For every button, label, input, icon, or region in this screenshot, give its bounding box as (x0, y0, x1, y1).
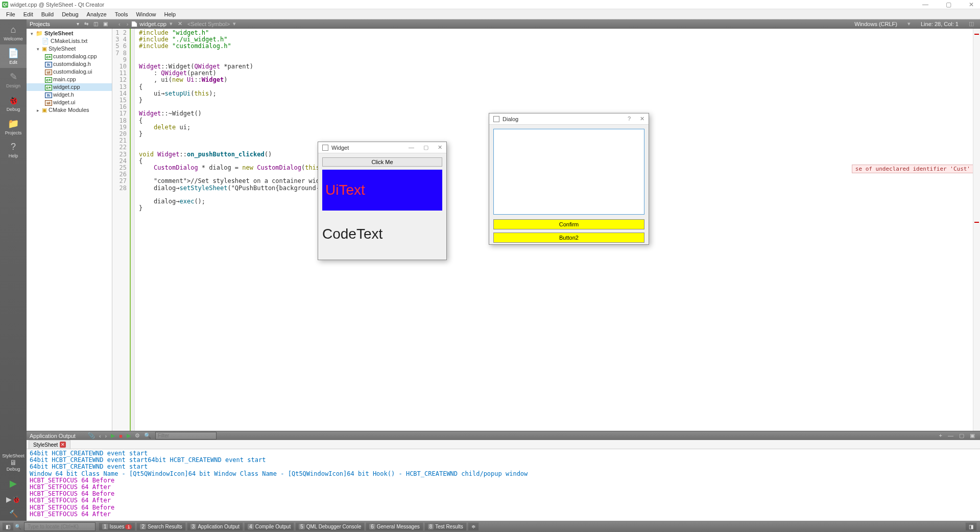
dialog-window[interactable]: Dialog ? ✕ Confirm Button2 (489, 113, 649, 245)
tree-modules[interactable]: ▸▣ CMake Modules (27, 106, 112, 114)
filter-icon[interactable]: ▾ (75, 21, 81, 27)
tree-project[interactable]: ▾▣ StyleSheet (27, 45, 112, 53)
open-file-dropdown[interactable]: widget.cpp (139, 21, 166, 27)
status-tab-tests[interactable]: 8Test Results (424, 522, 467, 531)
close-pane-icon[interactable]: ▣ (102, 21, 109, 27)
status-tab-qml[interactable]: 5QML Debugger Console (295, 522, 365, 531)
attach-icon[interactable]: 📎 (86, 432, 97, 439)
settings-icon[interactable]: ⚙ (133, 432, 142, 439)
split-icon[interactable]: ◫ (92, 21, 100, 27)
menu-edit[interactable]: Edit (19, 11, 37, 17)
project-tree[interactable]: ▾📁 StyleSheet 📄 CMakeLists.txt ▾▣ StyleS… (27, 29, 112, 431)
nav-fwd-button[interactable]: › (124, 21, 132, 27)
status-tab-issues[interactable]: 1Issues1 (99, 522, 135, 531)
menu-debug[interactable]: Debug (58, 11, 82, 17)
tree-file[interactable]: uicustomdialog.ui (27, 68, 112, 76)
mode-welcome[interactable]: ⌂Welcome (0, 21, 27, 44)
home-icon: ⌂ (0, 25, 27, 35)
maximize-button[interactable]: ▢ (942, 1, 955, 8)
status-tab-general[interactable]: 6General Messages (366, 522, 423, 531)
status-tab-compile[interactable]: 4Compile Output (244, 522, 294, 531)
prev-icon[interactable]: ‹ (97, 433, 103, 439)
cursor-position[interactable]: Line: 28, Col: 1 (921, 21, 959, 27)
search-icon: 🔍 (15, 524, 21, 529)
mode-projects[interactable]: 📁Projects (0, 115, 27, 138)
output-console[interactable]: 64bit HCBT_CREATEWND event start64bit HC… (27, 449, 980, 521)
tree-file[interactable]: hcustomdialog.h (27, 60, 112, 68)
minimize-button[interactable]: — (918, 1, 933, 8)
menu-help[interactable]: Help (160, 11, 180, 17)
dialog-titlebar[interactable]: Dialog ? ✕ (489, 113, 649, 125)
mode-help[interactable]: ?Help (0, 138, 27, 161)
menu-window[interactable]: Window (132, 11, 160, 17)
split-editor-icon[interactable]: ◫ (966, 20, 977, 27)
debug-run-button[interactable]: ▶🐞 (6, 492, 20, 506)
close-file-button[interactable]: ✕ (178, 20, 182, 27)
output-tab[interactable]: StyleSheet✕ (29, 440, 70, 449)
output-tabs: StyleSheet✕ (27, 440, 980, 449)
close-pane-icon[interactable]: ▣ (968, 432, 977, 438)
close-button[interactable]: ✕ (965, 1, 978, 8)
menu-tools[interactable]: Tools (111, 11, 132, 17)
status-tab-appout[interactable]: 3Application Output (187, 522, 243, 531)
tree-file[interactable]: hwidget.h (27, 91, 112, 99)
menu-build[interactable]: Build (37, 11, 58, 17)
tree-cmake[interactable]: 📄 CMakeLists.txt (27, 37, 112, 45)
widget-titlebar[interactable]: Widget — ▢ ✕ (318, 142, 446, 153)
tree-file[interactable]: uiwidget.ui (27, 99, 112, 106)
status-more[interactable]: ≑ (468, 522, 479, 531)
symbol-dd-icon[interactable]: ▾ (230, 20, 239, 27)
mode-debug[interactable]: 🐞Debug (0, 91, 27, 115)
locator-input[interactable] (24, 522, 95, 531)
line-ending-dropdown[interactable]: Windows (CRLF) (854, 21, 897, 27)
dialog-textarea[interactable] (493, 129, 644, 215)
menu-analyze[interactable]: Analyze (83, 11, 111, 17)
link-icon[interactable]: ⇆ (83, 21, 90, 27)
symbol-dropdown[interactable]: <Select Symbol> (187, 21, 230, 27)
next-icon[interactable]: › (103, 433, 109, 439)
tree-file[interactable]: c+main.cpp (27, 76, 112, 83)
mode-design[interactable]: ✎Design (0, 68, 27, 91)
output-filter-input[interactable] (155, 432, 217, 440)
help-button[interactable]: ? (628, 115, 631, 122)
run-button[interactable]: ▶ (10, 475, 17, 492)
minimize-button[interactable]: — (409, 144, 414, 151)
sidebar-toggle[interactable]: ◧ (2, 522, 14, 531)
rerun-icon[interactable]: ▶ (109, 432, 117, 439)
close-tab-icon[interactable]: ✕ (60, 442, 66, 448)
kit-selector[interactable]: StyleSheet 🖥 Debug (1, 450, 26, 475)
click-me-button[interactable]: Click Me (322, 157, 442, 167)
projects-label: Projects (30, 21, 50, 27)
widget-window[interactable]: Widget — ▢ ✕ Click Me UiText CodeText (318, 142, 447, 260)
file-dd-icon[interactable]: ▾ (166, 20, 176, 27)
add-pane-icon[interactable]: + (937, 432, 944, 438)
mode-edit[interactable]: 📄Edit (0, 44, 27, 68)
confirm-button[interactable]: Confirm (493, 219, 644, 229)
inline-error: se of undeclared identifier 'Cust' (852, 165, 974, 173)
line-gutter: 1 2 3 4 5 6 7 8 9 10 11 12 13 14 15 16 1… (112, 29, 131, 431)
progress-toggle[interactable]: ◨ (965, 522, 977, 531)
maximize-button[interactable]: ▢ (423, 144, 428, 151)
edit-icon: 📄 (0, 48, 27, 59)
tree-file[interactable]: c+customdialog.cpp (27, 53, 112, 60)
button2-button[interactable]: Button2 (493, 233, 644, 243)
menu-bar: File Edit Build Debug Analyze Tools Wind… (0, 9, 980, 19)
maximize-pane-icon[interactable]: ▢ (957, 432, 966, 438)
rerun2-icon[interactable]: ▶ (125, 432, 133, 439)
menu-file[interactable]: File (2, 11, 19, 17)
minimize-pane-icon[interactable]: — (946, 432, 955, 438)
tree-file-current[interactable]: c+widget.cpp (27, 83, 112, 91)
help-icon: ? (0, 142, 27, 152)
widget-title: Widget (331, 145, 349, 151)
close-button[interactable]: ✕ (438, 144, 442, 151)
close-button[interactable]: ✕ (640, 115, 644, 122)
status-tab-search[interactable]: 2Search Results (136, 522, 185, 531)
nav-back-button[interactable]: ‹ (115, 21, 124, 27)
dialog-title: Dialog (503, 116, 518, 122)
build-button[interactable]: 🔨 (9, 506, 18, 521)
tree-root[interactable]: ▾📁 StyleSheet (27, 30, 112, 37)
status-bar: ◧ 🔍 1Issues1 2Search Results 3Applicatio… (0, 521, 980, 532)
scrollbar-minimap[interactable] (973, 29, 980, 431)
stop-icon[interactable]: ■ (117, 433, 125, 439)
fold-bar[interactable] (131, 29, 135, 431)
